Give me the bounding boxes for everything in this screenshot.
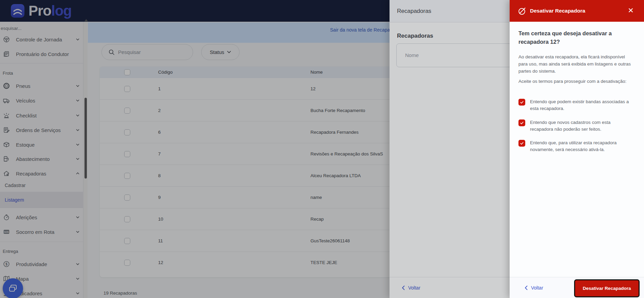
check-icon <box>519 141 524 146</box>
term-label: Entendo que, para utilizar esta recapado… <box>530 139 629 153</box>
term-checkbox-checked[interactable] <box>518 99 525 106</box>
confirm-deactivate-button[interactable]: Desativar Recapadora <box>575 280 639 296</box>
modal-header: Desativar Recapadora ✕ <box>510 0 644 22</box>
term-checkbox-checked[interactable] <box>518 119 525 126</box>
modal-back-button[interactable]: Voltar <box>525 277 543 298</box>
modal-footer: Voltar Desativar Recapadora <box>510 277 644 298</box>
desativar-recapadora-modal: Desativar Recapadora ✕ Tem certeza que d… <box>510 0 644 298</box>
terms-intro: Aceite os termos para prosseguir com a d… <box>518 78 627 85</box>
term-item: Entendo que podem existir bandas associa… <box>518 98 634 112</box>
modal-title: Desativar Recapadora <box>530 0 585 22</box>
close-icon[interactable]: ✕ <box>625 0 637 22</box>
chevron-left-icon <box>525 285 528 290</box>
check-icon <box>519 120 524 125</box>
term-label: Entendo que podem existir bandas associa… <box>530 98 629 112</box>
term-label: Entendo que novos cadastros com esta rec… <box>530 119 629 133</box>
term-item: Entendo que, para utilizar esta recapado… <box>518 139 634 153</box>
confirm-question: Tem certeza que deseja desativar a recap… <box>518 29 624 46</box>
confirm-description: Ao desativar esta recapadora, ela ficará… <box>518 54 632 75</box>
term-checkbox-checked[interactable] <box>518 140 525 147</box>
ban-icon <box>518 6 527 15</box>
term-item: Entendo que novos cadastros com esta rec… <box>518 119 634 133</box>
check-icon <box>519 100 524 105</box>
terms-list: Entendo que podem existir bandas associa… <box>518 98 634 160</box>
